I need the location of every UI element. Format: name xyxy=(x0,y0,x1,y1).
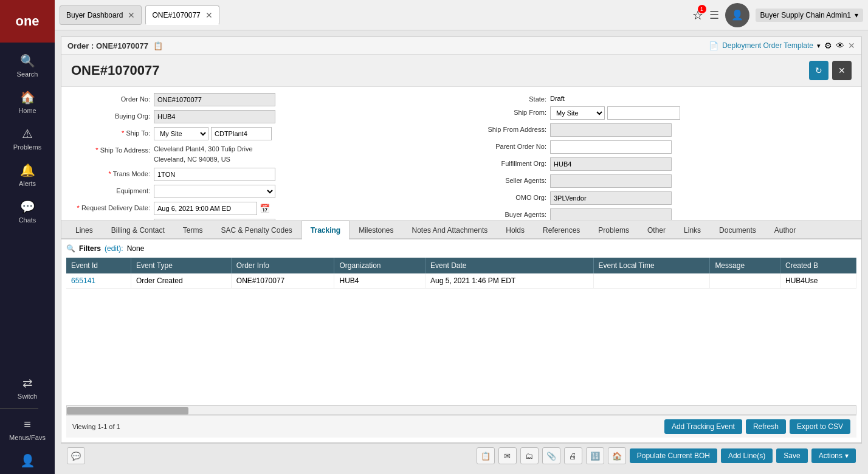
tab-author[interactable]: Author xyxy=(765,221,805,239)
print-footer-button[interactable]: 🖨 xyxy=(564,447,582,464)
sidebar-item-home[interactable]: 🏠 Home xyxy=(0,84,55,120)
tab-lines[interactable]: Lines xyxy=(66,221,102,239)
tab-problems[interactable]: Problems xyxy=(589,221,638,239)
close-order-tab-icon[interactable]: ✕ xyxy=(205,10,213,20)
trans-mode-input[interactable] xyxy=(154,168,275,181)
home-footer-button[interactable]: 🏠 xyxy=(608,447,626,464)
cell-created-by: HUB4Use xyxy=(780,273,856,289)
tab-milestones[interactable]: Milestones xyxy=(350,221,402,239)
user-dropdown[interactable]: Buyer Supply Chain Admin1 ▾ xyxy=(756,9,863,22)
tab-sac-penalty[interactable]: SAC & Penalty Codes xyxy=(212,221,301,239)
event-id-link[interactable]: 655141 xyxy=(71,276,95,285)
eye-icon[interactable]: 👁 xyxy=(836,41,844,50)
cell-event-local-time xyxy=(593,273,710,289)
email-footer-button[interactable]: ✉ xyxy=(498,447,517,464)
sidebar-item-alerts[interactable]: 🔔 Alerts xyxy=(0,157,55,193)
warning-icon: ⚠ xyxy=(22,126,33,141)
form-row-fulfillment-org: Fulfillment Org: xyxy=(467,157,852,171)
sidebar-item-user-avatar-bottom[interactable]: 👤 xyxy=(0,447,55,474)
actions-chevron-icon: ▾ xyxy=(845,452,849,460)
tab-notes-attachments[interactable]: Notes And Attachments xyxy=(403,221,497,239)
clipboard-footer-button[interactable]: 📎 xyxy=(542,447,560,464)
populate-boh-button[interactable]: Populate Current BOH xyxy=(630,448,717,463)
sidebar-divider xyxy=(0,408,38,409)
order-form-area: Order No: Buying Org: Ship To: My Site xyxy=(61,87,861,221)
copy-footer-button[interactable]: 📋 xyxy=(477,447,495,464)
viewing-text: Viewing 1-1 of 1 xyxy=(72,423,120,430)
form-row-trans-mode: Trans Mode: xyxy=(71,168,455,181)
form-row-buyer-agents: Buyer Agents: xyxy=(467,208,852,221)
fulfillment-org-input[interactable] xyxy=(550,157,672,171)
ship-from-address-input[interactable] xyxy=(550,123,672,137)
buyer-agents-label: Buyer Agents: xyxy=(467,208,546,218)
form-row-state: State: Draft xyxy=(467,93,852,103)
table-row: 655141 Order Created ONE#1070077 HUB4 Au… xyxy=(66,273,856,289)
tab-holds[interactable]: Holds xyxy=(497,221,534,239)
add-tracking-event-button[interactable]: Add Tracking Event xyxy=(664,419,742,434)
settings-icon[interactable]: ⚙ xyxy=(824,41,832,50)
deployment-label: Deployment Order Template xyxy=(722,41,813,50)
ship-to-site-select[interactable]: My Site xyxy=(154,127,208,140)
notification-bell[interactable]: ☆ 1 xyxy=(692,8,703,22)
calc-footer-button[interactable]: 🔢 xyxy=(586,447,604,464)
user-avatar-bottom-icon: 👤 xyxy=(20,453,35,468)
close-buyer-dashboard-icon[interactable]: ✕ xyxy=(128,10,135,20)
refresh-button[interactable]: Refresh xyxy=(746,419,786,434)
tab-buyer-dashboard[interactable]: Buyer Dashboard ✕ xyxy=(60,5,142,25)
copy-order-icon[interactable]: 📋 xyxy=(153,41,163,50)
tab-references[interactable]: References xyxy=(534,221,589,239)
content-area: Order : ONE#1070077 📋 📄 Deployment Order… xyxy=(55,30,868,474)
deployment-chevron-icon[interactable]: ▾ xyxy=(817,42,821,50)
sidebar-item-search[interactable]: 🔍 Search xyxy=(0,47,55,84)
export-csv-button[interactable]: Export to CSV xyxy=(790,419,850,434)
sidebar-item-menus[interactable]: ≡ Menus/Favs xyxy=(0,411,55,447)
ship-to-label: Ship To: xyxy=(71,127,150,137)
tracking-table-header: Event Id Event Type Order Info Organizat… xyxy=(66,258,856,273)
parent-order-input[interactable] xyxy=(550,140,672,154)
chat-footer-button[interactable]: 💬 xyxy=(67,447,85,464)
hamburger-menu-icon[interactable]: ☰ xyxy=(709,9,719,22)
equipment-select[interactable] xyxy=(154,185,275,198)
order-no-label: Order No: xyxy=(71,93,150,103)
ship-to-plant-input[interactable] xyxy=(211,127,272,140)
actions-button[interactable]: Actions ▾ xyxy=(811,448,856,463)
save-button[interactable]: Save xyxy=(776,448,807,463)
close-order-button[interactable]: ✕ xyxy=(832,61,852,80)
close-panel-icon[interactable]: ✕ xyxy=(848,41,855,50)
horizontal-scrollbar[interactable] xyxy=(66,405,856,415)
buying-org-input[interactable] xyxy=(154,110,275,123)
tab-documents[interactable]: Documents xyxy=(710,221,765,239)
order-no-input[interactable] xyxy=(154,93,275,106)
sidebar-item-switch[interactable]: ⇄ Switch xyxy=(0,369,55,406)
sidebar-item-alerts-label: Alerts xyxy=(19,180,36,187)
ship-from-address-label: Ship From Address: xyxy=(467,123,546,133)
filters-label: Filters xyxy=(79,244,101,253)
manage-footer-button[interactable]: 🗂 xyxy=(520,447,539,464)
filters-edit-link[interactable]: (edit): xyxy=(105,244,123,253)
chat-icon: 💬 xyxy=(20,199,35,214)
add-lines-button[interactable]: Add Line(s) xyxy=(721,448,773,463)
col-organization: Organization xyxy=(334,258,425,273)
buyer-agents-input[interactable] xyxy=(550,208,672,221)
calendar-icon[interactable]: 📅 xyxy=(260,204,270,213)
tab-tracking[interactable]: Tracking xyxy=(301,221,350,239)
scroll-thumb[interactable] xyxy=(67,407,188,414)
tab-buyer-dashboard-label: Buyer Dashboard xyxy=(66,11,123,19)
form-col-right: State: Draft Ship From: My Site Ship Fro… xyxy=(467,93,852,214)
sidebar-item-problems[interactable]: ⚠ Problems xyxy=(0,120,55,157)
ship-from-select[interactable]: My Site xyxy=(550,106,605,120)
seller-agents-input[interactable] xyxy=(550,174,672,188)
refresh-order-button[interactable]: ↻ xyxy=(809,61,828,80)
tab-other[interactable]: Other xyxy=(638,221,675,239)
app-logo: one xyxy=(0,0,55,43)
request-delivery-input[interactable] xyxy=(154,202,257,215)
buying-org-label: Buying Org: xyxy=(71,110,150,120)
tab-order-label: ONE#1070077 xyxy=(152,11,200,19)
tab-order[interactable]: ONE#1070077 ✕ xyxy=(145,5,219,25)
omo-org-input[interactable] xyxy=(550,191,672,205)
tab-billing-contact[interactable]: Billing & Contact xyxy=(102,221,174,239)
sidebar-item-chats[interactable]: 💬 Chats xyxy=(0,193,55,230)
tab-links[interactable]: Links xyxy=(675,221,710,239)
ship-from-extra-input[interactable] xyxy=(607,106,680,120)
tab-terms[interactable]: Terms xyxy=(174,221,212,239)
